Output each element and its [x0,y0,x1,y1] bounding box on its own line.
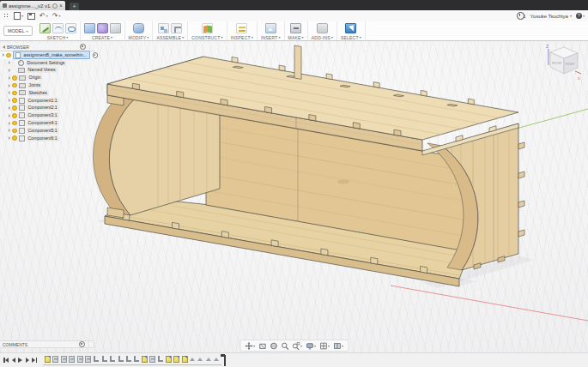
toolbar-group-label-construct[interactable]: CONSTRUCT▾ [191,35,222,40]
toolbar-group-label-inspect[interactable]: INSPECT▾ [231,35,253,40]
undo-button[interactable]: ↶▾ [39,13,48,20]
timeline-feature-sketch-18[interactable] [182,356,188,363]
browser-item-origin[interactable]: Origin [0,74,94,81]
redo-button[interactable]: ↷▾ [52,13,61,20]
timeline-feature-joint-7[interactable] [93,356,99,363]
measure-icon[interactable] [236,23,247,33]
toolbar-group-label-create[interactable]: CREATE▾ [92,35,112,40]
display-settings-button[interactable]: ▾ [306,342,316,350]
zoom-button[interactable] [281,342,288,350]
timeline-feature-joint-8[interactable] [101,356,107,363]
visibility-bulb-icon[interactable] [12,105,17,111]
toolbar-group-label-add-ins[interactable]: ADD-INS▾ [312,35,333,40]
toolbar-group-select[interactable]: SELECT▾ [337,21,366,40]
visibility-bulb-icon[interactable] [12,98,17,103]
create-sketch-icon[interactable] [39,23,51,33]
timeline-feature-component-6[interactable] [85,356,91,363]
toolbar-group-add-ins[interactable]: ADD-INS▾ [308,21,337,40]
app-grid-icon[interactable] [3,13,9,19]
timeline-feature-component-14[interactable] [149,356,155,363]
right-face-label[interactable]: RIGHT [566,63,575,66]
help-menu[interactable]: ?▾ [576,13,585,19]
expand-icon[interactable] [3,53,4,57]
close-tab-icon[interactable]: × [59,3,63,9]
grid-snaps-button[interactable]: ▾ [319,342,330,350]
joint-icon[interactable] [158,23,169,33]
expand-icon[interactable] [9,61,10,64]
toolbar-group-label-make[interactable]: MAKE▾ [288,35,304,40]
workspace-selector[interactable]: MODEL▾ [3,26,33,36]
expand-icon[interactable] [9,76,10,80]
browser-item-document-settings[interactable]: Document Settings [0,59,94,67]
expand-icon[interactable] [9,69,10,72]
browser-item-joints[interactable]: Joints [0,81,94,89]
comments-drag-handle[interactable]: ⋮ [87,342,91,346]
timeline-feature-align-21[interactable] [206,356,212,363]
browser-item-component6-1[interactable]: Component6:1 [0,135,94,142]
go-to-start-button[interactable] [3,358,9,363]
browser-root-row[interactable]: assignment8_make_somethin... [0,51,94,59]
expand-icon[interactable] [9,129,10,132]
construction-plane-icon[interactable] [202,23,213,33]
fit-button[interactable] [258,342,266,350]
arc-icon[interactable] [52,23,64,33]
browser-item-component4-1[interactable]: Component4:1 [0,119,94,127]
3d-print-icon[interactable] [290,23,301,33]
toolbar-group-construct[interactable]: CONSTRUCT▾ [188,21,227,40]
form-icon[interactable] [97,23,108,33]
collapse-panel-icon[interactable] [3,45,5,49]
new-body-icon[interactable] [84,23,95,33]
front-face-label[interactable]: FRONT [552,62,562,65]
visibility-bulb-icon[interactable] [12,129,17,134]
primitive-box-icon[interactable] [110,23,121,33]
new-tab-button[interactable]: + [70,3,79,10]
timeline-feature-component-5[interactable] [77,356,83,363]
toolbar-group-create[interactable]: CREATE▾ [81,21,125,40]
browser-item-component1-1[interactable]: Component1:1 [0,97,94,105]
visibility-bulb-icon[interactable] [6,53,11,58]
viewports-button[interactable]: ▾ [333,342,343,350]
go-to-end-button[interactable] [32,358,37,363]
toolbar-group-label-assemble[interactable]: ASSEMBLE▾ [156,35,184,40]
visibility-bulb-icon[interactable] [12,83,17,88]
view-cube[interactable]: Z FRONT RIGHT X [543,43,584,87]
browser-item-named-views[interactable]: Named Views [0,67,94,75]
toolbar-group-insert[interactable]: INSERT▾ [258,21,285,40]
step-back-button[interactable] [12,358,15,363]
press-pull-icon[interactable] [133,23,144,33]
timeline-feature-component-3[interactable] [61,356,67,363]
timeline-feature-sketch-16[interactable] [166,356,172,363]
timeline-feature-sketch-1[interactable] [45,356,51,363]
save-button[interactable] [27,13,35,20]
timeline-feature-sketch-13[interactable] [142,356,148,363]
user-menu[interactable]: Yosuke Tsuchiya▾ [530,14,572,19]
expand-icon[interactable] [9,91,10,94]
step-forward-button[interactable] [26,358,29,363]
toolbar-group-assemble[interactable]: ASSEMBLE▾ [153,21,188,40]
timeline-feature-joint-10[interactable] [118,356,124,363]
timeline-feature-align-22[interactable] [214,356,220,363]
browser-item-component5-1[interactable]: Component5:1 [0,127,94,135]
timeline-feature-joint-9[interactable] [109,356,115,363]
expand-icon[interactable] [9,122,10,125]
browser-item-sketches[interactable]: Sketches [0,89,94,97]
active-document-selection[interactable]: assignment8_make_somethin... [13,51,90,59]
document-tab[interactable]: assignme..._v2 v12* × [0,1,65,10]
insert-image-icon[interactable] [265,23,276,33]
expand-icon[interactable] [9,114,10,117]
comments-gear-icon[interactable] [79,341,85,347]
toolbar-group-label-modify[interactable]: MODIFY▾ [129,35,149,40]
toolbar-group-modify[interactable]: MODIFY▾ [125,21,154,40]
timeline-feature-joint-11[interactable] [125,356,131,363]
timeline-feature-joint-12[interactable] [133,356,139,363]
visibility-bulb-icon[interactable] [12,91,17,96]
orbit-button[interactable] [270,342,277,350]
job-status-button[interactable]: 1 [517,12,526,20]
timeline-feature-component-2[interactable] [52,356,58,363]
expand-icon[interactable] [9,99,10,102]
visibility-bulb-icon[interactable] [12,75,17,81]
timeline-feature-joint-15[interactable] [157,356,163,363]
expand-icon[interactable] [9,84,10,87]
play-button[interactable] [18,358,22,363]
visibility-bulb-icon[interactable] [12,113,17,118]
